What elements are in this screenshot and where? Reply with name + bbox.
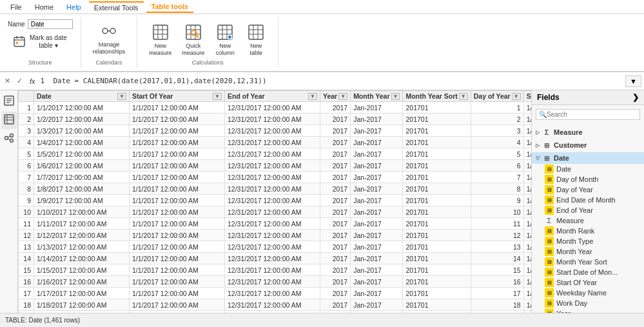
table-row[interactable]: 171/17/2017 12:00:00 AM1/1/2017 12:00:00… — [19, 288, 532, 299]
table-cell: 2017 — [320, 264, 351, 276]
col-filter-4[interactable]: ▼ — [391, 93, 400, 100]
col-filter-5[interactable]: ▼ — [459, 93, 468, 100]
menu-file[interactable]: File — [5, 2, 27, 12]
fields-panel: Fields ❯ 🔍 ▷ΣMeasure▷⊞Customer▽⊞Date⊟Dat… — [531, 90, 644, 313]
table-row[interactable]: 151/15/2017 12:00:00 AM1/1/2017 12:00:00… — [19, 264, 532, 276]
col-header-date[interactable]: Date▼ — [34, 91, 130, 102]
table-row[interactable]: 111/11/2017 12:00:00 AM1/1/2017 12:00:00… — [19, 218, 532, 230]
table-row[interactable]: 41/4/2017 12:00:00 AM1/1/2017 12:00:00 A… — [19, 137, 532, 148]
col-filter-0[interactable]: ▼ — [117, 93, 126, 100]
table-cell: Jan-2017 — [351, 276, 403, 288]
table-row[interactable]: 31/3/2017 12:00:00 AM1/1/2017 12:00:00 A… — [19, 125, 532, 137]
col-header-start-date-of-month[interactable]: Start Date of Month▼ — [523, 91, 531, 102]
table-row[interactable]: 141/14/2017 12:00:00 AM1/1/2017 12:00:00… — [19, 253, 532, 264]
mark-as-date-button[interactable]: Mark as datetable ▾ — [8, 33, 71, 51]
svg-rect-37 — [5, 115, 14, 124]
table-cell: 1/1/2017 12:00:00 AM — [130, 288, 225, 299]
table-row[interactable]: 51/5/2017 12:00:00 AM1/1/2017 12:00:00 A… — [19, 148, 532, 160]
col-header-end-of-year[interactable]: End of Year▼ — [225, 91, 320, 102]
sidebar-item-year[interactable]: ⊟Year — [532, 308, 644, 313]
tree-section-customer: ▷⊞Customer — [532, 139, 644, 151]
fields-collapse-icon[interactable]: ❯ — [632, 93, 639, 102]
table-row[interactable]: 161/16/2017 12:00:00 AM1/1/2017 12:00:00… — [19, 276, 532, 288]
sidebar-item-measure[interactable]: ▷ΣMeasure — [532, 126, 644, 138]
col-header-year[interactable]: Year▼ — [320, 91, 351, 102]
menu-help[interactable]: Help — [61, 2, 86, 12]
sidebar-model-icon[interactable] — [1, 130, 17, 148]
table-cell: 1/2/2017 12:00:00 AM — [34, 114, 130, 125]
sidebar-item-month-rank[interactable]: ⊟Month Rank — [532, 226, 644, 236]
table-cell: 2017 — [320, 148, 351, 160]
table-cell: 1/8/2017 12:00:00 AM — [34, 183, 130, 195]
sidebar-item-start-of-year[interactable]: ⊟Start Of Year — [532, 277, 644, 288]
table-row[interactable]: 11/1/2017 12:00:00 AM1/1/2017 12:00:00 A… — [19, 102, 532, 114]
table-body: 11/1/2017 12:00:00 AM1/1/2017 12:00:00 A… — [19, 102, 532, 313]
table-row[interactable]: 131/13/2017 12:00:00 AM1/1/2017 12:00:00… — [19, 241, 532, 253]
menu-external-tools[interactable]: External Tools — [89, 1, 144, 13]
table-row[interactable]: 181/18/2017 12:00:00 AM1/1/2017 12:00:00… — [19, 299, 532, 311]
menu-table-tools[interactable]: Table tools — [146, 1, 193, 13]
svg-point-19 — [191, 30, 197, 35]
name-input[interactable] — [28, 19, 73, 29]
table-row[interactable]: 121/12/2017 12:00:00 AM1/1/2017 12:00:00… — [19, 230, 532, 241]
new-measure-button[interactable]: Newmeasure — [145, 21, 175, 58]
fields-tree: ▷ΣMeasure▷⊞Customer▽⊞Date⊟Date⊟Day of Mo… — [532, 124, 644, 313]
table-cell: 1/7/2017 12:00:00 AM — [34, 172, 130, 183]
col-filter-3[interactable]: ▼ — [338, 93, 347, 100]
table-cell: 12/31/2017 12:00:00 AM — [225, 195, 320, 206]
sidebar-item-day-of-year[interactable]: ⊟Day of Year — [532, 184, 644, 195]
sidebar-item-weekday-name[interactable]: ⊟Weekday Name — [532, 288, 644, 298]
table-row[interactable]: 61/6/2017 12:00:00 AM1/1/2017 12:00:00 A… — [19, 160, 532, 172]
table-cell: Jan-2017 — [351, 253, 403, 264]
sidebar-item-date[interactable]: ▽⊞Date — [532, 152, 644, 164]
sidebar-item-measure-field[interactable]: ΣMeasure — [532, 215, 644, 226]
quick-measure-button[interactable]: Quickmeasure — [178, 21, 208, 58]
col-filter-6[interactable]: ▼ — [512, 93, 521, 100]
field-sigma-icon: Σ — [545, 216, 554, 225]
formula-x-button[interactable]: ✕ — [3, 75, 12, 86]
table-cell: 1/1/2017 12:00:00 AM — [523, 276, 531, 288]
sidebar-item-day-of-month[interactable]: ⊟Day of Month — [532, 174, 644, 184]
sidebar-data-icon[interactable] — [1, 112, 17, 129]
sidebar-item-end-of-year[interactable]: ⊟End of Year — [532, 205, 644, 215]
new-table-button[interactable]: Newtable — [242, 21, 270, 58]
table-cell: 201701 — [403, 206, 471, 218]
col-header-day-of-year[interactable]: Day of Year▼ — [471, 91, 523, 102]
table-row[interactable]: 101/10/2017 12:00:00 AM1/1/2017 12:00:00… — [19, 206, 532, 218]
sidebar-item-month-year-sort[interactable]: ⊟Month Year Sort — [532, 257, 644, 267]
manage-relationships-button[interactable]: Managerelationships — [89, 19, 130, 57]
sidebar-item-month-year[interactable]: ⊟Month Year — [532, 246, 644, 257]
new-column-label: Newcolumn — [216, 43, 235, 57]
table-row[interactable]: 191/19/2017 12:00:00 AM1/1/2017 12:00:00… — [19, 311, 532, 313]
table-row[interactable]: 91/9/2017 12:00:00 AM1/1/2017 12:00:00 A… — [19, 195, 532, 206]
sidebar-item-start-date-of-month[interactable]: ⊟Start Date of Mon... — [532, 267, 644, 277]
table-cell: 2017 — [320, 230, 351, 241]
formula-input[interactable] — [41, 77, 623, 85]
sidebar-item-date-field[interactable]: ⊟Date — [532, 164, 644, 174]
col-header-month-year[interactable]: Month Year▼ — [351, 91, 403, 102]
relationships-buttons: Newmeasure Quickmeasure Newcolumn Newtab… — [145, 19, 270, 58]
table-row[interactable]: 81/8/2017 12:00:00 AM1/1/2017 12:00:00 A… — [19, 183, 532, 195]
table-row[interactable]: 71/7/2017 12:00:00 AM1/1/2017 12:00:00 A… — [19, 172, 532, 183]
col-header-start-of-year[interactable]: Start Of Year▼ — [130, 91, 225, 102]
col-header-month-year-sort[interactable]: Month Year Sort▼ — [403, 91, 471, 102]
sidebar-item-end-date-of-month[interactable]: ⊟End Date of Month — [532, 195, 644, 205]
sidebar-item-work-day[interactable]: ⊟Work Day — [532, 298, 644, 308]
table-cell: 1/4/2017 12:00:00 AM — [34, 137, 130, 148]
table-cell: 1/1/2017 12:00:00 AM — [130, 137, 225, 148]
formula-check-button[interactable]: ✓ — [15, 75, 24, 86]
tree-section-measure: ▷ΣMeasure — [532, 126, 644, 138]
sigma-icon: Σ — [542, 128, 551, 137]
sidebar-item-customer[interactable]: ▷⊞Customer — [532, 139, 644, 151]
new-column-button[interactable]: Newcolumn — [211, 21, 239, 58]
sidebar-report-icon[interactable] — [1, 93, 17, 110]
table-row[interactable]: 21/2/2017 12:00:00 AM1/1/2017 12:00:00 A… — [19, 114, 532, 125]
search-input[interactable] — [547, 111, 637, 118]
sidebar-item-month-type[interactable]: ⊟Month Type — [532, 236, 644, 246]
search-box[interactable]: 🔍 — [536, 109, 640, 120]
data-table-wrapper[interactable]: Date▼Start Of Year▼End of Year▼Year▼Mont… — [18, 90, 531, 313]
col-filter-2[interactable]: ▼ — [308, 93, 317, 100]
col-filter-1[interactable]: ▼ — [213, 93, 222, 100]
menu-home[interactable]: Home — [30, 2, 59, 12]
formula-filter-button[interactable]: ▼ — [625, 75, 641, 87]
